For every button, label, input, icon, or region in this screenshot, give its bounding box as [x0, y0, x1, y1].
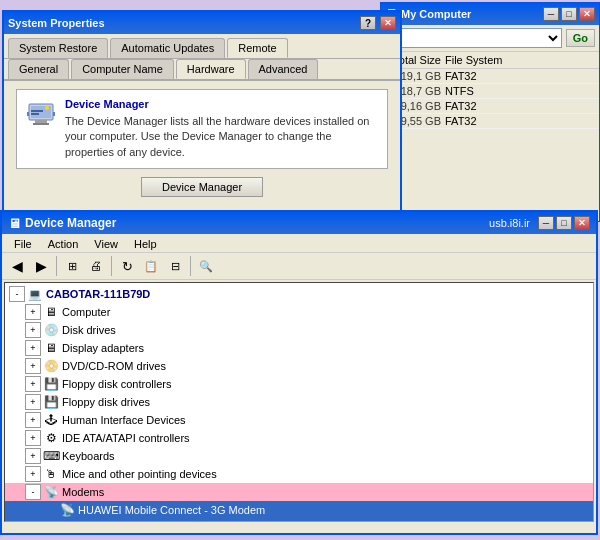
sys-props-titlebar: System Properties ? ✕ — [4, 12, 400, 34]
my-computer-minimize-btn[interactable]: ─ — [543, 7, 559, 21]
tree-root-item[interactable]: - 💻 CABOTAR-111B79D — [5, 285, 593, 303]
print-btn[interactable]: 🖨 — [85, 255, 107, 277]
dm-text-area: Device Manager The Device Manager lists … — [65, 98, 379, 160]
dm-close-btn[interactable]: ✕ — [574, 216, 590, 230]
go-button[interactable]: Go — [566, 29, 595, 47]
my-computer-close-btn[interactable]: ✕ — [579, 7, 595, 21]
toolbar-sep-2 — [111, 256, 112, 276]
tab-computer-name[interactable]: Computer Name — [71, 59, 174, 79]
address-dropdown[interactable] — [385, 28, 562, 48]
tabs-row-1: System Restore Automatic Updates Remote — [4, 34, 400, 59]
dm-restore-btn[interactable]: □ — [556, 216, 572, 230]
dm-window-icon: 🖥 — [8, 216, 21, 231]
table-row[interactable]: 18,7 GBNTFS — [381, 84, 599, 99]
node-label: Disk drives — [62, 324, 116, 336]
list-item[interactable]: + 🖥 Display adapters — [5, 339, 593, 357]
expand-btn[interactable]: + — [25, 448, 41, 464]
dm-window-title: Device Manager — [25, 216, 489, 230]
remove-btn[interactable]: ⊟ — [164, 255, 186, 277]
dm-toolbar: ◀ ▶ ⊞ 🖨 ↻ 📋 ⊟ 🔍 — [2, 253, 596, 280]
forward-btn[interactable]: ▶ — [30, 255, 52, 277]
device-tree[interactable]: - 💻 CABOTAR-111B79D + 🖥 Computer + 💿 Dis… — [4, 282, 594, 522]
list-item[interactable]: + 🖥 Computer — [5, 303, 593, 321]
fs-cell: NTFS — [445, 85, 595, 97]
expand-btn[interactable]: + — [25, 394, 41, 410]
list-item[interactable]: 📡 SoftV92 Data Fax Modem — [5, 519, 593, 522]
node-label: Computer — [62, 306, 110, 318]
expand-btn[interactable]: + — [25, 376, 41, 392]
node-label: Floppy disk drives — [62, 396, 150, 408]
sys-props-content: Device Manager The Device Manager lists … — [4, 81, 400, 205]
list-item[interactable]: + ⌨ Keyboards — [5, 447, 593, 465]
menu-file[interactable]: File — [6, 236, 40, 252]
expand-btn[interactable]: + — [25, 430, 41, 446]
node-label: Keyboards — [62, 450, 115, 462]
computer-view-btn[interactable]: ⊞ — [61, 255, 83, 277]
table-row[interactable]: 19,1 GBFAT32 — [381, 69, 599, 84]
toolbar-sep-3 — [190, 256, 191, 276]
node-icon: 🕹 — [43, 412, 59, 428]
list-item[interactable]: + 🕹 Human Interface Devices — [5, 411, 593, 429]
tab-hardware[interactable]: Hardware — [176, 59, 246, 79]
svg-rect-3 — [33, 123, 49, 125]
expand-btn[interactable]: + — [25, 304, 41, 320]
toolbar-sep-1 — [56, 256, 57, 276]
node-icon: ⌨ — [43, 448, 59, 464]
list-item[interactable]: + 💿 Disk drives — [5, 321, 593, 339]
list-item[interactable]: - 📡 Modems — [5, 483, 593, 501]
table-row[interactable]: 9,55 GBFAT32 — [381, 114, 599, 129]
menu-action[interactable]: Action — [40, 236, 87, 252]
list-item[interactable]: 📡 HUAWEI Mobile Connect - 3G Modem — [5, 501, 593, 519]
tab-system-restore[interactable]: System Restore — [8, 38, 108, 58]
fs-cell: FAT32 — [445, 115, 595, 127]
expand-btn[interactable]: + — [25, 466, 41, 482]
dm-description: The Device Manager lists all the hardwar… — [65, 114, 379, 160]
list-item[interactable]: + 🖱 Mice and other pointing devices — [5, 465, 593, 483]
dm-section-icon — [25, 98, 57, 130]
device-manager-window: 🖥 Device Manager usb.i8i.ir ─ □ ✕ File A… — [0, 210, 598, 535]
list-item[interactable]: + 💾 Floppy disk drives — [5, 393, 593, 411]
node-icon: 💾 — [43, 394, 59, 410]
properties-btn[interactable]: 📋 — [140, 255, 162, 277]
node-icon: ⚙ — [43, 430, 59, 446]
help-button[interactable]: ? — [360, 16, 376, 30]
device-manager-section: Device Manager The Device Manager lists … — [16, 89, 388, 169]
list-item[interactable]: + ⚙ IDE ATA/ATAPI controllers — [5, 429, 593, 447]
menu-help[interactable]: Help — [126, 236, 165, 252]
node-icon: 💾 — [43, 376, 59, 392]
root-expand[interactable]: - — [9, 286, 25, 302]
expand-btn[interactable]: + — [25, 358, 41, 374]
tab-automatic-updates[interactable]: Automatic Updates — [110, 38, 225, 58]
svg-rect-5 — [53, 112, 55, 116]
expand-btn[interactable]: + — [25, 412, 41, 428]
my-computer-titlebar-buttons: ─ □ ✕ — [543, 7, 595, 21]
my-computer-title: My Computer — [401, 8, 543, 20]
expand-btn[interactable]: + — [25, 322, 41, 338]
list-item[interactable]: + 📀 DVD/CD-ROM drives — [5, 357, 593, 375]
refresh-btn[interactable]: ↻ — [116, 255, 138, 277]
list-item[interactable]: + 💾 Floppy disk controllers — [5, 375, 593, 393]
expand-btn[interactable]: + — [25, 340, 41, 356]
root-label: CABOTAR-111B79D — [46, 288, 150, 300]
menu-view[interactable]: View — [86, 236, 126, 252]
my-computer-titlebar: 🖥 My Computer ─ □ ✕ — [381, 3, 599, 25]
table-header: Total Size File System — [381, 52, 599, 69]
node-icon: 🖱 — [43, 466, 59, 482]
my-computer-restore-btn[interactable]: □ — [561, 7, 577, 21]
node-label: Floppy disk controllers — [62, 378, 171, 390]
table-row[interactable]: 9,16 GBFAT32 — [381, 99, 599, 114]
dm-section-title: Device Manager — [65, 98, 379, 110]
sys-props-title: System Properties — [8, 17, 360, 29]
back-btn[interactable]: ◀ — [6, 255, 28, 277]
expand-btn[interactable]: - — [25, 484, 41, 500]
node-icon: 📡 — [59, 502, 75, 518]
scan-btn[interactable]: 🔍 — [195, 255, 217, 277]
tab-advanced[interactable]: Advanced — [248, 59, 319, 79]
svg-rect-4 — [27, 112, 29, 116]
my-computer-table-body: 19,1 GBFAT3218,7 GBNTFS9,16 GBFAT329,55 … — [381, 69, 599, 129]
tab-remote[interactable]: Remote — [227, 38, 288, 58]
device-manager-button[interactable]: Device Manager — [141, 177, 263, 197]
sys-props-close-btn[interactable]: ✕ — [380, 16, 396, 30]
tab-general[interactable]: General — [8, 59, 69, 79]
dm-minimize-btn[interactable]: ─ — [538, 216, 554, 230]
